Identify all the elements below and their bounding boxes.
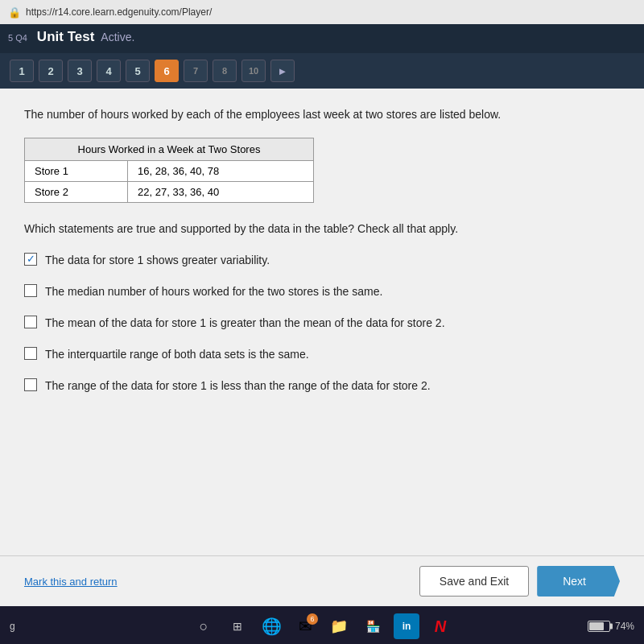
checkbox-1[interactable]: ✓ [24, 253, 37, 266]
prompt-text: Which statements are true and supported … [24, 221, 620, 237]
nav-btn-8[interactable]: 8 [213, 60, 237, 82]
checkbox-3[interactable] [24, 316, 37, 328]
nav-btn-3[interactable]: 3 [68, 60, 92, 82]
battery-percent: 74% [615, 621, 634, 632]
taskbar-center: ○ ⊞ 🌐 ✉ 6 📁 🏪 in N [191, 613, 453, 639]
option-4[interactable]: The interquartile range of both data set… [24, 346, 620, 363]
nav-btn-7[interactable]: 7 [184, 60, 208, 82]
taskbar-left-label: g [10, 621, 15, 632]
browser-bar: 🔒 https://r14.core.learn.edgenuity.com/P… [0, 0, 644, 24]
active-label: Active. [101, 31, 134, 43]
search-taskbar-icon[interactable]: ○ [191, 613, 217, 639]
folder-taskbar-icon[interactable]: 📁 [326, 613, 352, 639]
store2-label: Store 2 [25, 182, 128, 203]
store1-label: Store 1 [25, 161, 128, 182]
linkedin-taskbar-icon[interactable]: in [394, 613, 419, 639]
table-row: Store 2 22, 27, 33, 36, 40 [25, 182, 314, 203]
browser-url: https://r14.core.learn.edgenuity.com/Pla… [26, 6, 212, 18]
battery-indicator [588, 621, 610, 632]
nav-btn-2[interactable]: 2 [39, 60, 63, 82]
save-exit-button[interactable]: Save and Exit [419, 566, 529, 597]
taskview-taskbar-icon[interactable]: ⊞ [225, 613, 250, 639]
nav-next-arrow[interactable]: ► [270, 60, 295, 82]
question-label: 5 Q4 [8, 33, 27, 43]
mail-badge: 6 [307, 613, 318, 625]
question-intro: The number of hours worked by each of th… [24, 106, 620, 123]
table-row: Store 1 16, 28, 36, 40, 78 [25, 161, 314, 182]
nav-btn-4[interactable]: 4 [97, 60, 121, 82]
store2-values: 22, 27, 33, 36, 40 [128, 182, 314, 203]
option-3[interactable]: The mean of the data for store 1 is grea… [24, 315, 620, 332]
store1-values: 16, 28, 36, 40, 78 [128, 161, 314, 182]
store-taskbar-icon[interactable]: 🏪 [360, 613, 386, 639]
option-2[interactable]: The median number of hours worked for th… [24, 283, 620, 300]
nav-btn-1[interactable]: 1 [10, 60, 34, 82]
footer-buttons: Save and Exit Next [419, 566, 620, 597]
app-header: 5 Q4 Unit Test Active. [0, 24, 644, 53]
nav-btn-9[interactable]: 10 [242, 60, 266, 82]
option-1[interactable]: ✓ The data for store 1 shows greater var… [24, 252, 620, 269]
unit-test-label: Unit Test [37, 29, 94, 45]
edge-taskbar-icon[interactable]: 🌐 [258, 613, 284, 639]
option-5[interactable]: The range of the data for store 1 is les… [24, 378, 620, 394]
next-button[interactable]: Next [537, 566, 620, 597]
battery-fill [589, 622, 604, 630]
checkbox-2[interactable] [24, 284, 37, 297]
taskbar-right: 74% [588, 621, 634, 632]
content-area: The number of hours worked by each of th… [0, 89, 644, 555]
browser-icon: 🔒 [8, 6, 21, 19]
option-2-text: The median number of hours worked for th… [45, 283, 382, 300]
nav-btn-5[interactable]: 5 [126, 60, 150, 82]
netflix-taskbar-icon[interactable]: N [427, 613, 453, 639]
option-3-text: The mean of the data for store 1 is grea… [45, 315, 445, 332]
table-header: Hours Worked in a Week at Two Stores [25, 138, 314, 161]
battery-tip [610, 624, 613, 630]
checkbox-5[interactable] [24, 378, 37, 391]
option-5-text: The range of the data for store 1 is les… [45, 378, 431, 394]
data-table: Hours Worked in a Week at Two Stores Sto… [24, 138, 314, 203]
question-nav-bar: 1 2 3 4 5 6 7 8 10 ► [0, 53, 644, 89]
footer-bar: Mark this and return Save and Exit Next [0, 555, 644, 606]
nav-btn-6[interactable]: 6 [155, 60, 179, 82]
mark-return-link[interactable]: Mark this and return [24, 576, 118, 588]
option-4-text: The interquartile range of both data set… [45, 346, 309, 363]
checkbox-4[interactable] [24, 347, 37, 360]
taskbar: g ○ ⊞ 🌐 ✉ 6 📁 🏪 in N 74% [0, 606, 644, 644]
mail-taskbar-icon[interactable]: ✉ 6 [292, 613, 318, 639]
option-1-text: The data for store 1 shows greater varia… [45, 252, 270, 269]
